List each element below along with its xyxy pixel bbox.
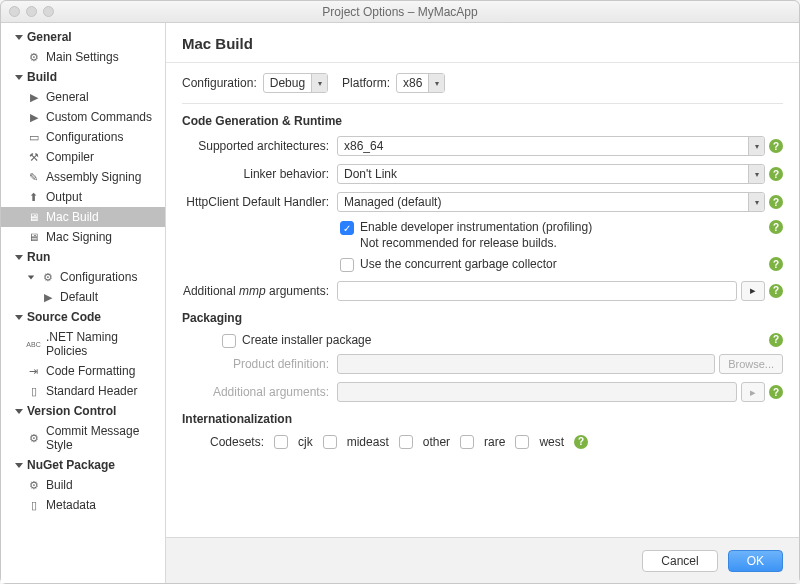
- sidebar-group-nuget[interactable]: NuGet Package: [1, 455, 165, 475]
- sidebar-item-main-settings[interactable]: ⚙Main Settings: [1, 47, 165, 67]
- pen-icon: ✎: [27, 171, 40, 184]
- ok-button[interactable]: OK: [728, 550, 783, 572]
- traffic-zoom[interactable]: [43, 6, 54, 17]
- proddef-input: [337, 354, 715, 374]
- configuration-select[interactable]: Debug▾: [263, 73, 328, 93]
- codesets-label: Codesets:: [210, 435, 264, 449]
- sidebar-item-compiler[interactable]: ⚒Compiler: [1, 147, 165, 167]
- help-icon[interactable]: ?: [769, 257, 783, 271]
- doc-icon: ▯: [27, 499, 40, 512]
- play-icon: ▶: [41, 291, 54, 304]
- help-icon[interactable]: ?: [769, 333, 783, 347]
- sidebar-item-build-general[interactable]: ▶General: [1, 87, 165, 107]
- sidebar-item-configurations[interactable]: ▭Configurations: [1, 127, 165, 147]
- help-icon[interactable]: ?: [769, 220, 783, 234]
- codeset-other-checkbox[interactable]: [399, 435, 413, 449]
- cancel-button[interactable]: Cancel: [642, 550, 717, 572]
- codeset-west-label: west: [539, 435, 564, 449]
- codeset-cjk-checkbox[interactable]: [274, 435, 288, 449]
- http-label: HttpClient Default Handler:: [182, 195, 337, 209]
- sidebar-item-output[interactable]: ⬆Output: [1, 187, 165, 207]
- titlebar: Project Options – MyMacApp: [1, 1, 799, 23]
- codeset-other-label: other: [423, 435, 450, 449]
- sidebar-group-general[interactable]: General: [1, 27, 165, 47]
- linker-label: Linker behavior:: [182, 167, 337, 181]
- sidebar-item-standard-header[interactable]: ▯Standard Header: [1, 381, 165, 401]
- sidebar-item-mac-signing[interactable]: 🖥Mac Signing: [1, 227, 165, 247]
- section-i18n: Internationalization: [182, 412, 783, 426]
- addlargs-label: Additional arguments:: [182, 385, 337, 399]
- codeset-cjk-label: cjk: [298, 435, 313, 449]
- gear-icon: ⚙: [41, 271, 54, 284]
- sidebar-item-commit-style[interactable]: ⚙Commit Message Style: [1, 421, 165, 455]
- arch-select[interactable]: x86_64▾: [337, 136, 765, 156]
- mmp-input[interactable]: [337, 281, 737, 301]
- chevron-down-icon: ▾: [428, 74, 444, 92]
- sidebar: General ⚙Main Settings Build ▶General ▶C…: [1, 23, 166, 583]
- doc-icon: ▯: [27, 385, 40, 398]
- monitor-icon: 🖥: [27, 231, 40, 244]
- sidebar-item-naming-policies[interactable]: ABC.NET Naming Policies: [1, 327, 165, 361]
- profiling-label: Enable developer instrumentation (profil…: [360, 220, 592, 251]
- help-icon[interactable]: ?: [769, 195, 783, 209]
- sidebar-item-run-configurations[interactable]: ⚙Configurations: [1, 267, 165, 287]
- sidebar-item-nuget-metadata[interactable]: ▯Metadata: [1, 495, 165, 515]
- window-title: Project Options – MyMacApp: [322, 5, 477, 19]
- sidebar-group-build[interactable]: Build: [1, 67, 165, 87]
- sidebar-item-custom-commands[interactable]: ▶Custom Commands: [1, 107, 165, 127]
- gear-icon: ⚙: [27, 479, 40, 492]
- upload-icon: ⬆: [27, 191, 40, 204]
- configuration-label: Configuration:: [182, 76, 257, 90]
- platform-select[interactable]: x86▾: [396, 73, 445, 93]
- sidebar-item-run-default[interactable]: ▶Default: [1, 287, 165, 307]
- help-icon[interactable]: ?: [769, 284, 783, 298]
- help-icon[interactable]: ?: [769, 167, 783, 181]
- installer-label: Create installer package: [242, 333, 371, 349]
- play-icon: ▶: [27, 111, 40, 124]
- mmp-label: Additional mmp arguments:: [182, 284, 337, 298]
- codeset-rare-checkbox[interactable]: [460, 435, 474, 449]
- codeset-mideast-checkbox[interactable]: [323, 435, 337, 449]
- http-select[interactable]: Managed (default)▾: [337, 192, 765, 212]
- sidebar-item-mac-build[interactable]: 🖥Mac Build: [1, 207, 165, 227]
- sidebar-item-assembly-signing[interactable]: ✎Assembly Signing: [1, 167, 165, 187]
- proddef-label: Product definition:: [182, 357, 337, 371]
- section-codegen: Code Generation & Runtime: [182, 114, 783, 128]
- traffic-minimize[interactable]: [26, 6, 37, 17]
- traffic-close[interactable]: [9, 6, 20, 17]
- addlargs-input: [337, 382, 737, 402]
- sidebar-group-source-code[interactable]: Source Code: [1, 307, 165, 327]
- help-icon[interactable]: ?: [769, 385, 783, 399]
- sidebar-item-code-formatting[interactable]: ⇥Code Formatting: [1, 361, 165, 381]
- chevron-down-icon: ▾: [311, 74, 327, 92]
- help-icon[interactable]: ?: [574, 435, 588, 449]
- page-title: Mac Build: [166, 23, 799, 63]
- sidebar-group-version-control[interactable]: Version Control: [1, 401, 165, 421]
- addlargs-expand-button: ▸: [741, 382, 765, 402]
- chevron-down-icon: ▾: [748, 165, 764, 183]
- codeset-west-checkbox[interactable]: [515, 435, 529, 449]
- arch-label: Supported architectures:: [182, 139, 337, 153]
- linker-select[interactable]: Don't Link▾: [337, 164, 765, 184]
- abc-icon: ABC: [27, 338, 40, 351]
- gc-label: Use the concurrent garbage collector: [360, 257, 557, 273]
- gc-checkbox[interactable]: [340, 258, 354, 272]
- window-icon: ▭: [27, 131, 40, 144]
- monitor-icon: 🖥: [27, 211, 40, 224]
- mmp-expand-button[interactable]: ▸: [741, 281, 765, 301]
- codeset-mideast-label: mideast: [347, 435, 389, 449]
- profiling-checkbox[interactable]: ✓: [340, 221, 354, 235]
- chevron-down-icon: ▾: [748, 193, 764, 211]
- section-packaging: Packaging: [182, 311, 783, 325]
- brackets-icon: ⇥: [27, 365, 40, 378]
- hammer-icon: ⚒: [27, 151, 40, 164]
- play-icon: ▶: [27, 91, 40, 104]
- help-icon[interactable]: ?: [769, 139, 783, 153]
- sidebar-group-run[interactable]: Run: [1, 247, 165, 267]
- sidebar-item-nuget-build[interactable]: ⚙Build: [1, 475, 165, 495]
- gear-icon: ⚙: [27, 51, 40, 64]
- chevron-down-icon: ▾: [748, 137, 764, 155]
- browse-button: Browse...: [719, 354, 783, 374]
- platform-label: Platform:: [342, 76, 390, 90]
- installer-checkbox[interactable]: [222, 334, 236, 348]
